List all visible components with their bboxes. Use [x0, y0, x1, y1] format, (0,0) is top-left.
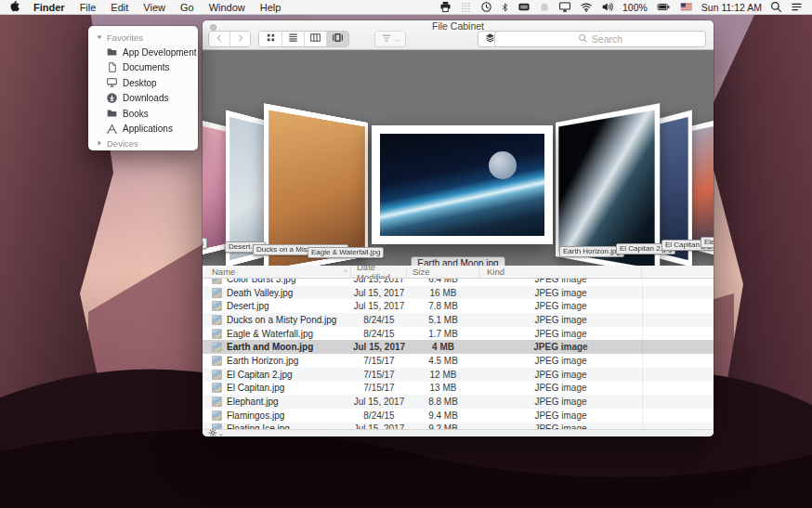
- coverflow-selected-caption: Earth and Moon.jpg: [411, 256, 504, 266]
- menu-go[interactable]: Go: [180, 2, 194, 13]
- jpeg-file-icon: [212, 329, 222, 339]
- file-row-elephant-jpg[interactable]: Elephant.jpgJul 15, 20178.8 MBJPEG image: [203, 395, 714, 409]
- file-kind: JPEG image: [479, 279, 642, 284]
- column-header-date-modified[interactable]: Date Modified: [351, 266, 407, 278]
- printer-icon[interactable]: [439, 1, 452, 13]
- volume-icon[interactable]: [601, 1, 614, 13]
- column-header-kind[interactable]: Kind: [479, 266, 642, 278]
- file-row-desert-jpg[interactable]: Desert.jpgJul 15, 20177.8 MBJPEG image: [203, 299, 714, 313]
- columns-view-button[interactable]: [304, 32, 326, 46]
- rows-icon[interactable]: [460, 1, 472, 13]
- apple-logo-icon: [9, 0, 20, 14]
- window-header: File Cabinet Search: [203, 20, 714, 50]
- search-icon: [578, 33, 588, 46]
- back-button[interactable]: [209, 32, 229, 46]
- sidebar-item-documents[interactable]: Documents: [88, 60, 198, 76]
- sidebar-item-applications[interactable]: Applications: [88, 122, 198, 137]
- menu-finder[interactable]: Finder: [33, 2, 65, 13]
- cover-label: Death Valley.jpg: [203, 238, 207, 249]
- menu-bar-extras: 100%Sun 11:12 AM: [439, 1, 803, 13]
- battery-icon[interactable]: [656, 1, 671, 13]
- ghost-icon[interactable]: [539, 1, 550, 13]
- file-kind: JPEG image: [479, 410, 642, 421]
- sidebar-item-label: Desktop: [123, 78, 157, 88]
- menu-edit[interactable]: Edit: [111, 2, 128, 13]
- search-field[interactable]: Search: [494, 31, 706, 47]
- sidebar-item-label: Documents: [123, 62, 170, 72]
- action-menu-button[interactable]: [208, 424, 224, 436]
- display-capture-icon[interactable]: [517, 1, 530, 13]
- file-name: El Capitan.jpg: [227, 383, 284, 393]
- column-header-name[interactable]: Name^: [203, 266, 351, 278]
- file-row-earth-and-moon-jpg[interactable]: Earth and Moon.jpgJul 15, 20174 MBJPEG i…: [203, 340, 714, 354]
- file-date-modified: Jul 15, 2017: [351, 301, 407, 311]
- file-row-el-capitan-2-jpg[interactable]: El Capitan 2.jpg7/15/1712 MBJPEG image: [203, 368, 714, 382]
- file-row-eagle-waterfall-jpg[interactable]: Eagle & Waterfall.jpg8/24/151.7 MBJPEG i…: [203, 327, 714, 341]
- time-machine-icon[interactable]: [480, 1, 492, 13]
- list-view-button[interactable]: [282, 32, 304, 46]
- coverflow-view-icon: [332, 32, 344, 46]
- screen: FinderFileEditViewGoWindowHelp 100%Sun 1…: [0, 0, 812, 508]
- menu-bar-text[interactable]: Sun 11:12 AM: [701, 2, 762, 13]
- cover-eagle-waterfall-jpg[interactable]: [264, 103, 368, 266]
- airplay-icon[interactable]: [558, 1, 571, 13]
- file-kind: JPEG image: [479, 356, 642, 366]
- file-kind: JPEG image: [479, 397, 642, 407]
- file-row-death-valley-jpg[interactable]: Death Valley.jpgJul 15, 201716 MBJPEG im…: [203, 286, 714, 300]
- file-row-earth-horizon-jpg[interactable]: Earth Horizon.jpg7/15/174.5 MBJPEG image: [203, 354, 714, 368]
- bluetooth-icon[interactable]: [501, 1, 509, 13]
- column-header-size[interactable]: Size: [407, 266, 479, 278]
- file-kind: JPEG image: [479, 315, 642, 325]
- file-row-flamingos-jpg[interactable]: Flamingos.jpg8/24/159.4 MBJPEG image: [203, 409, 714, 423]
- search-icon[interactable]: [770, 1, 782, 13]
- file-kind: JPEG image: [479, 288, 642, 298]
- sidebar-item-downloads[interactable]: Downloads: [88, 91, 198, 107]
- downloads-icon: [106, 92, 118, 104]
- file-kind: JPEG image: [479, 342, 642, 352]
- apple-menu[interactable]: [9, 0, 20, 14]
- cover-image: [380, 134, 544, 236]
- file-size: 8.8 MB: [407, 397, 479, 407]
- file-name: Flamingos.jpg: [227, 410, 284, 421]
- file-row-floating-ice-jpg[interactable]: Floating Ice.jpgJul 15, 20179.2 MBJPEG i…: [203, 423, 714, 429]
- menu-bar-text[interactable]: 100%: [622, 2, 648, 13]
- file-name: Color Burst 3.jpg: [227, 279, 295, 284]
- file-date-modified: Jul 15, 2017: [351, 288, 407, 298]
- cover-image: [558, 111, 654, 266]
- sidebar-section-devices[interactable]: Devices: [88, 137, 198, 150]
- column-label: Size: [413, 267, 429, 277]
- file-size: 1.7 MB: [407, 329, 479, 339]
- file-name: Desert.jpg: [227, 301, 269, 311]
- applications-icon: [106, 124, 118, 135]
- menu-file[interactable]: File: [80, 2, 97, 13]
- coverflow-view-button[interactable]: [326, 32, 348, 46]
- notification-center-icon[interactable]: [791, 1, 803, 13]
- file-row-ducks-on-a-misty-pond-jpg[interactable]: Ducks on a Misty Pond.jpg8/24/155.1 MBJP…: [203, 313, 714, 327]
- cover-label: Elephant.jpg: [701, 237, 714, 248]
- icons-view-button[interactable]: [259, 32, 282, 46]
- cover-earth-horizon-jpg[interactable]: [556, 103, 660, 266]
- view-switcher: [258, 31, 349, 47]
- sidebar-item-app-development[interactable]: App Development: [88, 45, 198, 60]
- cover-earth-and-moon-jpg[interactable]: [372, 125, 553, 244]
- forward-button[interactable]: [229, 32, 250, 46]
- file-name: Earth Horizon.jpg: [227, 356, 298, 366]
- triangle-right-icon: [96, 138, 103, 149]
- menu-view[interactable]: View: [143, 2, 165, 13]
- menu-help[interactable]: Help: [260, 2, 282, 13]
- file-row-color-burst-3-jpg[interactable]: Color Burst 3.jpgJul 15, 20176.4 MBJPEG …: [203, 279, 714, 286]
- wifi-icon[interactable]: [580, 1, 593, 13]
- arrange-button[interactable]: [374, 31, 406, 47]
- file-name: Eagle & Waterfall.jpg: [227, 329, 313, 339]
- jpeg-file-icon: [212, 370, 222, 380]
- sidebar-section-favorites[interactable]: Favorites: [88, 31, 198, 45]
- file-row-el-capitan-jpg[interactable]: El Capitan.jpg7/15/1713 MBJPEG image: [203, 382, 714, 396]
- columns-view-icon: [309, 32, 321, 46]
- file-size: 6.4 MB: [407, 279, 479, 284]
- menu-window[interactable]: Window: [209, 2, 245, 13]
- sidebar-item-label: Books: [123, 109, 149, 119]
- sidebar-item-books[interactable]: Books: [88, 106, 198, 122]
- sidebar-item-desktop[interactable]: Desktop: [88, 75, 198, 91]
- keyboard-flag-icon[interactable]: [679, 1, 693, 13]
- column-label: Name: [212, 267, 235, 277]
